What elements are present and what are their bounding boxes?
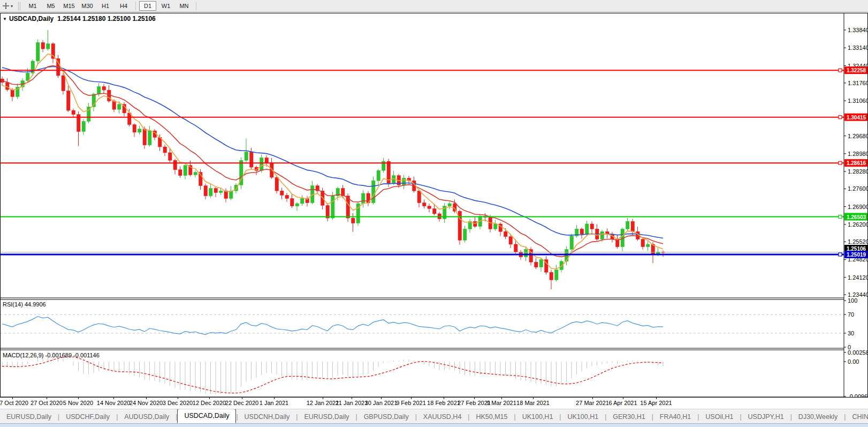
price-tick-label: 1.31760 [848,80,868,86]
date-label: 14 Nov 2020 [97,400,130,406]
price-tick-label: 1.26900 [848,204,868,210]
chart-tab-gbpusd-daily[interactable]: GBPUSD,Daily [357,410,415,423]
date-label: 1 Jan 2021 [260,400,288,406]
date-label: 27 Mar 2021 [576,400,609,406]
timeframe-button-M1[interactable]: M1 [24,1,41,11]
chart-tab-uk100-h1[interactable]: UK100,H1 [516,410,560,423]
date-label: 27 Oct 2020 [31,400,63,406]
price-tick-label: 1.33840 [848,27,868,33]
date-label: 21 Jan 2021 [336,400,368,406]
date-tick [242,398,242,399]
fast-ma-line [2,54,663,269]
date-label: 9 Mar 2021 [486,400,516,406]
toolbar-separator [196,2,196,10]
level-line-marker[interactable] [839,116,842,119]
cursor-tool-group[interactable]: ▾ [0,2,15,10]
level-line-marker[interactable] [839,215,842,219]
date-label: 18 Feb 2021 [427,400,460,406]
price-tick-label: 1.33140 [848,44,868,51]
candlestick-series [1,30,665,289]
timeframe-button-MN[interactable]: MN [176,1,193,11]
timeframe-button-H4[interactable]: H4 [115,1,132,11]
mt4-window: ▾ M1M5M15M30H1H4D1W1MN ▼USDCAD,Daily1.25… [0,0,868,427]
date-tick [78,398,79,399]
axis-price-label: 1.28616 [847,160,866,166]
chart-tab-xauusd-h4[interactable]: XAUUSD,H4 [417,410,468,423]
axis-price-label: 1.32258 [847,68,866,73]
macd-histogram [2,351,663,394]
chevron-down-icon[interactable]: ▾ [11,4,13,9]
price-tick-label: 1.28280 [848,168,868,175]
macd-indicator-label: MACD(12,26,9) -0.001689 -0.001146 [3,352,100,358]
date-label: 30 Jan 2021 [365,400,398,406]
top-toolbar: ▾ M1M5M15M30H1H4D1W1MN [0,0,868,12]
date-tick [209,398,210,399]
rsi-indicator-label: RSI(14) 44.9906 [3,301,46,308]
chart-tab-audusd-daily[interactable]: AUDUSD,Daily [118,410,176,423]
timeframe-button-W1[interactable]: W1 [157,1,174,11]
rsi-tick-label: 30 [848,330,854,336]
rsi-tick-label: 70 [848,311,854,318]
chart-tab-usoil-h1[interactable]: USOil,H1 [699,410,740,423]
crosshair-cursor-icon[interactable] [2,2,10,10]
level-line-marker[interactable] [839,69,842,72]
date-label: 12 Jan 2021 [307,400,339,406]
date-tick [113,398,114,399]
axis-price-label: 1.30415 [847,115,866,121]
chart-title-symbol: USDCAD,Daily [9,15,54,23]
chart-tab-usdcnh-daily[interactable]: USDCNH,Daily [238,410,296,423]
macd-tick-label: 0.00258 [848,349,868,356]
macd-tick-label: -0.009687 [848,393,868,398]
chart-title: ▼USDCAD,Daily1.25144 1.25180 1.25100 1.2… [3,15,156,23]
chart-tab-usdcad-daily[interactable]: USDCAD,Daily [177,409,236,423]
level-line-marker[interactable] [839,253,842,256]
chart-tab-ger30-h1[interactable]: GER30,H1 [606,410,651,423]
rsi-line [2,317,663,335]
rsi-tick-label: 100 [848,297,857,304]
date-tick [592,398,593,399]
date-label: 22 Dec 2020 [225,400,258,406]
price-tick-label: 1.29680 [848,133,868,139]
date-label: 3 Dec 2020 [163,400,193,406]
axis-price-label: 1.25019 [847,252,866,258]
chart-tab-fra40-h1[interactable]: FRA40,H1 [653,410,697,423]
timeframe-button-H1[interactable]: H1 [97,1,114,11]
chart-tab-china300-h1[interactable]: CHINA300,H1 [846,410,868,423]
chart-tab-eurusd-daily[interactable]: EURUSD,Daily [298,410,355,423]
date-label: 17 Oct 2020 [0,400,28,406]
toolbar-separator [135,2,136,10]
price-tick-label: 1.24120 [848,274,868,281]
date-label: 18 Mar 2021 [516,400,550,406]
timeframe-button-M15[interactable]: M15 [60,1,78,11]
timeframe-button-M30[interactable]: M30 [79,1,96,11]
date-tick [274,398,275,399]
chart-tab-hk50-m15[interactable]: HK50,M15 [469,410,514,423]
chart-dropdown-icon[interactable]: ▼ [3,17,7,21]
price-tick-label: 1.31060 [848,98,868,104]
chart-tab-uk100-h1[interactable]: UK100,H1 [561,410,605,423]
date-tick [381,398,382,399]
price-chart-canvas[interactable]: 1.338401.331401.324401.317601.310601.296… [0,13,868,398]
date-axis[interactable]: 17 Oct 202027 Oct 20205 Nov 202014 Nov 2… [0,398,868,409]
date-label: 12 Dec 2020 [193,400,226,406]
date-tick [47,398,47,399]
price-tick-label: 1.25520 [848,238,868,245]
mid-ma-line [2,65,663,257]
chart-tab-eurusd-daily[interactable]: EURUSD,Daily [0,410,58,423]
date-tick [533,398,534,399]
chart-tab-bar: EURUSD,Daily|USDCHF,Daily|AUDUSD,Daily|U… [0,409,868,423]
axis-price-label: 1.26503 [847,214,866,220]
timeframe-button-D1[interactable]: D1 [139,1,156,11]
date-tick [623,398,623,399]
toolbar-grip[interactable] [18,2,20,10]
timeframe-button-M5[interactable]: M5 [42,1,59,11]
chart-tab-dj30-weekly[interactable]: DJ30,Weekly [792,410,844,423]
date-tick [411,398,412,399]
level-line-marker[interactable] [839,161,842,164]
timeframe-toolbar: M1M5M15M30H1H4D1W1MN [24,1,199,11]
chart-tab-usdjpy-h1[interactable]: USDJPY,H1 [742,410,790,423]
date-tick [501,398,502,399]
date-tick [323,398,323,399]
chart-tab-usdchf-daily[interactable]: USDCHF,Daily [59,410,116,423]
date-label: 6 Apr 2021 [608,400,637,406]
